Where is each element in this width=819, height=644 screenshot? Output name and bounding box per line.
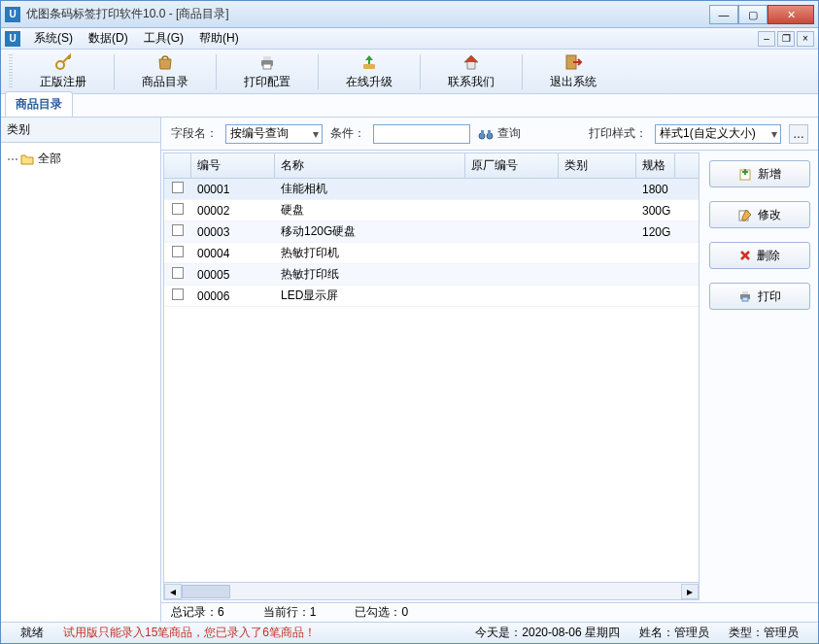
cell-spec: 120G	[636, 225, 675, 239]
pencil-icon	[738, 208, 752, 221]
key-icon	[53, 52, 73, 72]
menu-tools[interactable]: 工具(G)	[136, 28, 191, 49]
maximize-button[interactable]: ▢	[738, 5, 768, 24]
delete-label: 删除	[757, 248, 780, 264]
app-window: U 优图条码标签打印软件10.0 - [商品目录] — ▢ ✕ U 系统(S) …	[0, 0, 819, 644]
grid-statusbar: 总记录：6 当前行：1 已勾选：0	[161, 602, 818, 622]
scroll-right-button[interactable]: ▸	[681, 584, 699, 599]
exit-button[interactable]: 退出系统	[540, 51, 606, 92]
query-button[interactable]: 查询	[478, 125, 521, 142]
toolbar-separator	[318, 54, 319, 89]
toolbar: 正版注册 商品目录 打印配置 在线升级 联系我们 退出系统	[1, 50, 818, 94]
content-area: 类别 ⋯ 全部 字段名： 按编号查询 条件： 查询 打印样	[1, 118, 818, 622]
row-checkbox[interactable]	[172, 246, 184, 257]
row-checkbox[interactable]	[172, 203, 184, 215]
mdi-minimize-button[interactable]: –	[758, 31, 775, 47]
print-icon	[738, 289, 752, 303]
delete-button[interactable]: 删除	[709, 242, 810, 269]
field-label: 字段名：	[171, 125, 218, 142]
svg-point-0	[56, 61, 64, 69]
menu-system[interactable]: 系统(S)	[26, 28, 81, 49]
column-id[interactable]: 编号	[191, 153, 275, 178]
add-icon	[738, 167, 752, 181]
binoculars-icon	[478, 127, 494, 141]
register-button[interactable]: 正版注册	[30, 51, 96, 92]
column-checkbox[interactable]	[164, 153, 191, 178]
style-combo[interactable]: 样式1(自定义大小)	[655, 124, 781, 144]
svg-rect-8	[481, 130, 484, 134]
mdi-close-button[interactable]: ×	[797, 31, 814, 47]
status-today: 今天是：2020-08-06 星期四	[465, 625, 630, 641]
menu-data[interactable]: 数据(D)	[81, 28, 136, 49]
row-checkbox[interactable]	[172, 288, 184, 300]
grid-body: 00001 佳能相机 1800 00002 硬盘 300G	[164, 179, 699, 582]
main-panel: 字段名： 按编号查询 条件： 查询 打印样式： 样式1(自定义大小) … 编号	[161, 118, 818, 622]
printcfg-label: 打印配置	[244, 74, 290, 90]
exit-icon	[563, 52, 583, 72]
add-button[interactable]: 新增	[709, 160, 810, 187]
toolbar-separator	[216, 54, 217, 89]
mdi-restore-button[interactable]: ❐	[777, 31, 795, 47]
edit-label: 修改	[758, 207, 781, 223]
delete-icon	[739, 250, 751, 261]
add-label: 新增	[758, 166, 781, 183]
column-name[interactable]: 名称	[275, 153, 465, 178]
table-row[interactable]: 00005 热敏打印纸	[164, 264, 699, 286]
cell-id: 00006	[191, 289, 275, 303]
grid-header: 编号 名称 原厂编号 类别 规格	[164, 153, 699, 179]
print-button[interactable]: 打印	[709, 283, 810, 310]
table-row[interactable]: 00006 LED显示屏	[164, 286, 699, 307]
cond-input[interactable]	[373, 124, 470, 144]
status-role: 类型：管理员	[719, 625, 808, 641]
tree-expander-icon[interactable]: ⋯	[7, 153, 17, 166]
table-row[interactable]: 00001 佳能相机 1800	[164, 179, 699, 200]
style-more-button[interactable]: …	[789, 124, 808, 144]
close-button[interactable]: ✕	[768, 5, 814, 24]
sidebar-header: 类别	[1, 118, 160, 143]
tab-catalog[interactable]: 商品目录	[5, 91, 73, 117]
cell-name: 热敏打印机	[275, 245, 465, 261]
field-combo[interactable]: 按编号查询	[225, 124, 323, 144]
minimize-button[interactable]: —	[709, 5, 738, 24]
column-oem[interactable]: 原厂编号	[465, 153, 559, 178]
svg-rect-2	[263, 56, 271, 60]
table-row[interactable]: 00003 移动120G硬盘 120G	[164, 221, 699, 243]
window-controls: — ▢ ✕	[709, 5, 814, 24]
column-cat[interactable]: 类别	[559, 153, 636, 178]
contact-button[interactable]: 联系我们	[438, 51, 504, 92]
row-checkbox[interactable]	[172, 224, 184, 236]
svg-rect-4	[363, 64, 375, 69]
query-label: 查询	[497, 125, 521, 142]
status-trial: 试用版只能录入15笔商品，您已录入了6笔商品！	[53, 625, 325, 641]
status-total: 总记录：6	[171, 604, 224, 621]
row-checkbox[interactable]	[172, 182, 184, 193]
tree-node-label: 全部	[38, 151, 61, 167]
status-current: 当前行：1	[263, 604, 317, 621]
folder-icon	[20, 153, 34, 165]
exit-label: 退出系统	[550, 74, 597, 90]
scroll-left-button[interactable]: ◂	[164, 584, 182, 599]
tree-node-all[interactable]: ⋯ 全部	[7, 149, 154, 169]
catalog-label: 商品目录	[142, 74, 188, 90]
printcfg-button[interactable]: 打印配置	[234, 51, 300, 92]
edit-button[interactable]: 修改	[709, 201, 810, 228]
style-combo-value: 样式1(自定义大小)	[660, 125, 756, 142]
cell-name: 热敏打印纸	[275, 266, 465, 283]
table-row[interactable]: 00002 硬盘 300G	[164, 200, 699, 221]
category-tree: ⋯ 全部	[1, 143, 160, 622]
toolbar-separator	[420, 54, 421, 89]
menu-help[interactable]: 帮助(H)	[191, 28, 247, 49]
column-spec[interactable]: 规格	[636, 153, 675, 178]
upgrade-button[interactable]: 在线升级	[336, 51, 402, 92]
status-user: 姓名：管理员	[630, 625, 719, 641]
scroll-track[interactable]	[182, 584, 681, 599]
cell-name: LED显示屏	[275, 288, 465, 304]
horizontal-scrollbar[interactable]: ◂ ▸	[164, 582, 699, 599]
filter-bar: 字段名： 按编号查询 条件： 查询 打印样式： 样式1(自定义大小) …	[161, 118, 818, 151]
mdi-controls: – ❐ ×	[758, 31, 814, 47]
scroll-thumb[interactable]	[182, 585, 230, 598]
bag-icon	[155, 52, 175, 72]
row-checkbox[interactable]	[172, 267, 184, 279]
catalog-button[interactable]: 商品目录	[132, 51, 198, 92]
table-row[interactable]: 00004 热敏打印机	[164, 243, 699, 264]
